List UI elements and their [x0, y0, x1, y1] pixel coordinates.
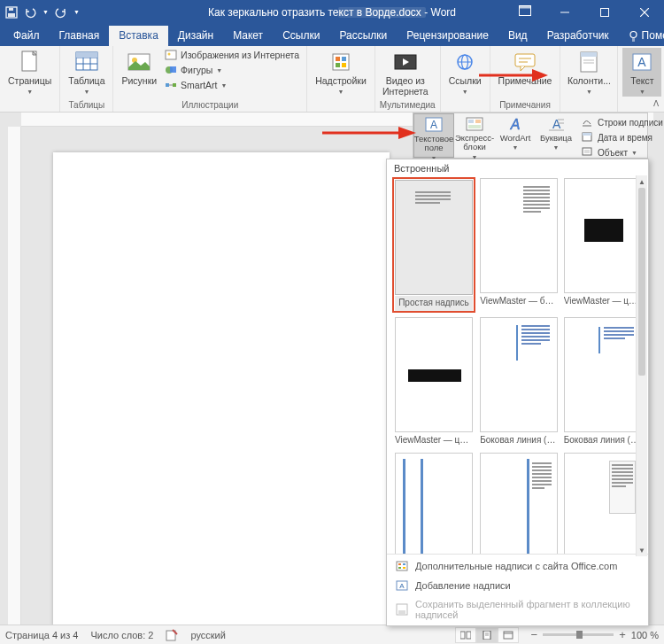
smartart-button[interactable]: SmartArt ▼	[162, 78, 302, 92]
tab-review[interactable]: Рецензирование	[397, 26, 498, 46]
gallery-item-viewmaster-quote2[interactable]: ViewMaster — цитата...	[392, 316, 475, 448]
view-web-layout[interactable]	[498, 627, 519, 643]
maximize-button[interactable]	[584, 0, 624, 24]
pictures-button[interactable]: Рисунки	[118, 48, 160, 89]
tab-references[interactable]: Ссылки	[273, 26, 329, 46]
gallery-item-semaphore-panel[interactable]: Боковая панель "Се...	[563, 452, 644, 554]
dropcap-button[interactable]: A Буквица▼	[536, 113, 576, 158]
zoom-slider-thumb[interactable]	[576, 631, 583, 639]
quickparts-button[interactable]: Экспресс-блоки▼	[454, 113, 495, 158]
svg-rect-32	[342, 63, 346, 67]
office-icon	[396, 560, 408, 572]
undo-icon[interactable]	[24, 6, 36, 19]
svg-text:A: A	[399, 582, 405, 590]
tab-help-label: Помощь	[642, 29, 664, 42]
video-icon	[392, 50, 419, 74]
wordart-button[interactable]: A WordArt▼	[495, 113, 536, 158]
save-icon[interactable]	[5, 6, 18, 19]
group-illustrations-label: Иллюстрации	[118, 100, 302, 111]
ribbon-display-options-icon[interactable]	[519, 5, 531, 16]
comment-label: Примечание	[498, 76, 552, 87]
tab-view[interactable]: Вид	[498, 26, 537, 46]
status-language[interactable]: русский	[190, 630, 225, 640]
group-pages-label	[4, 100, 55, 111]
zoom-slider[interactable]	[543, 633, 614, 636]
gallery-item-simple[interactable]: Простая надпись	[392, 177, 475, 313]
tab-mailings[interactable]: Рассылки	[329, 26, 397, 46]
scroll-thumb[interactable]	[638, 188, 645, 376]
more-from-office-button[interactable]: Дополнительные надписи с сайта Office.co…	[387, 556, 648, 576]
zoom-in-button[interactable]: +	[619, 628, 626, 641]
online-video-button[interactable]: Видео из Интернета	[380, 48, 431, 98]
gallery-item-aspect-panel1[interactable]: Боковая панель "Асп...	[392, 452, 475, 554]
view-print-layout[interactable]	[476, 627, 498, 643]
gallery-scrollbar[interactable]: ▲ ▼	[636, 175, 647, 556]
shapes-button[interactable]: Фигуры ▼	[162, 63, 302, 77]
headerfooter-button[interactable]: Колонти...▼	[565, 48, 613, 97]
gallery-footer: Дополнительные надписи с сайта Office.co…	[387, 554, 648, 625]
addins-button[interactable]: Надстройки▼	[312, 48, 370, 97]
vertical-ruler[interactable]	[8, 127, 21, 625]
tab-layout[interactable]: Макет	[223, 26, 273, 46]
signature-line-button[interactable]: Строки подписи ▼	[579, 115, 664, 129]
table-button[interactable]: Таблица▼	[65, 48, 108, 97]
online-pictures-icon	[165, 49, 177, 61]
pages-button[interactable]: Страницы▼	[4, 48, 55, 97]
scroll-down-icon[interactable]: ▼	[637, 544, 647, 556]
svg-text:A: A	[638, 55, 647, 69]
tab-home[interactable]: Главная	[50, 26, 110, 46]
svg-rect-65	[397, 562, 407, 570]
redo-icon[interactable]	[55, 6, 67, 19]
comment-button[interactable]: Примечание	[495, 48, 556, 89]
gallery-item-label: ViewMaster — цитата...	[564, 294, 642, 309]
table-icon	[73, 50, 100, 74]
gallery-item-viewmaster-quote1[interactable]: ViewMaster — цитата...	[563, 177, 644, 313]
scroll-up-icon[interactable]: ▲	[637, 175, 647, 188]
qat-customize-icon[interactable]: ▼	[73, 9, 80, 15]
title-bar: ▼ ▼ Как зеркально отразить текст в Ворде…	[0, 0, 664, 24]
datetime-button[interactable]: Дата и время	[579, 130, 664, 144]
gallery-item-sideline-quote[interactable]: Боковая линия (цита...	[563, 316, 644, 448]
group-comments-label: Примечания	[495, 100, 556, 111]
pages-label: Страницы	[8, 76, 51, 87]
zoom-value[interactable]: 100 %	[631, 630, 659, 640]
zoom-out-button[interactable]: −	[531, 628, 538, 641]
collapse-ribbon-icon[interactable]: ᐱ	[653, 99, 659, 108]
gallery-item-label: ViewMaster — цитата...	[395, 433, 473, 448]
draw-textbox-icon: A	[396, 579, 408, 592]
gallery-item-viewmaster-side[interactable]: ViewMaster — боков...	[479, 177, 560, 313]
ribbon: Страницы▼ Таблица▼ Таблицы Рисунки Изобр…	[0, 46, 664, 113]
document-page[interactable]	[53, 152, 390, 626]
tab-help[interactable]: Помощь	[619, 26, 664, 46]
save-to-gallery-label: Сохранить выделенный фрагмент в коллекци…	[415, 599, 639, 620]
draw-textbox-label: Добавление надписи	[415, 580, 511, 591]
tab-insert[interactable]: Вставка	[109, 26, 168, 46]
lightbulb-icon	[629, 30, 638, 42]
online-pictures-button[interactable]: Изображения из Интернета	[162, 48, 302, 62]
tab-file[interactable]: Файл	[4, 26, 50, 46]
status-proofing-icon[interactable]	[166, 629, 178, 641]
object-button[interactable]: Объект ▼	[579, 145, 664, 159]
status-page[interactable]: Страница 4 из 4	[5, 630, 78, 640]
minimize-button[interactable]	[544, 0, 584, 24]
gallery-item-aspect-panel2[interactable]: Боковая панель "Асп...	[479, 452, 560, 554]
svg-rect-21	[166, 50, 176, 59]
links-button[interactable]: Ссылки▼	[445, 48, 485, 97]
svg-rect-76	[467, 632, 471, 639]
status-bar: Страница 4 из 4 Число слов: 2 русский − …	[0, 625, 664, 644]
svg-rect-66	[398, 563, 401, 565]
group-tables-label: Таблицы	[65, 100, 108, 111]
undo-dropdown-icon[interactable]: ▼	[42, 9, 49, 15]
textbox-dropdown-button[interactable]: A Текстовое поле▼	[413, 113, 454, 158]
gallery-item-sideline-side[interactable]: Боковая линия (боко...	[479, 316, 560, 448]
object-icon	[582, 146, 594, 159]
draw-textbox-button[interactable]: A Добавление надписи	[387, 576, 648, 595]
status-wordcount[interactable]: Число слов: 2	[90, 630, 153, 640]
tab-developer[interactable]: Разработчик	[537, 26, 619, 46]
headerfooter-icon	[575, 50, 602, 74]
close-button[interactable]	[624, 0, 664, 24]
view-read-mode[interactable]	[455, 627, 476, 643]
tab-design[interactable]: Дизайн	[168, 26, 223, 46]
group-headerfooter: Колонти...▼	[560, 46, 618, 112]
text-button[interactable]: A Текст▼	[622, 48, 661, 97]
